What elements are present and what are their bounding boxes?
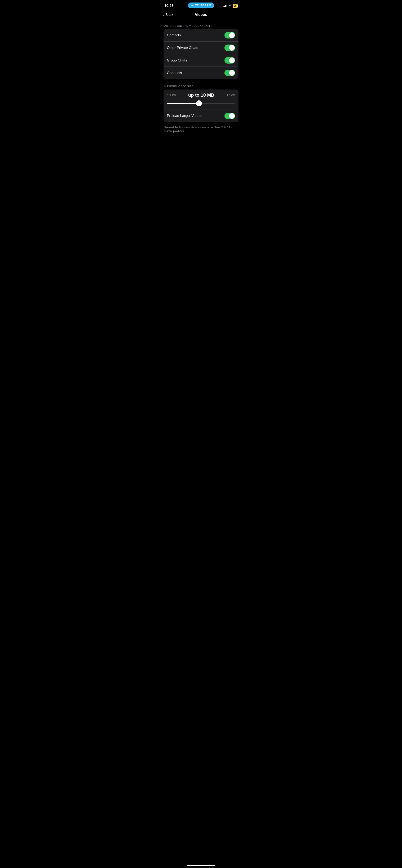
channels-toggle-knob <box>229 70 235 76</box>
slider-max-label: 1.5 GB <box>227 94 235 97</box>
page-title: Videos <box>195 12 207 17</box>
contacts-toggle[interactable] <box>225 32 235 38</box>
wifi-icon <box>228 5 232 7</box>
battery-badge: 39 <box>233 4 238 8</box>
slider-container[interactable] <box>167 100 235 106</box>
signal-bar-1 <box>223 6 224 7</box>
back-button[interactable]: ‹ Back <box>163 13 173 17</box>
status-time: 10:25 <box>164 4 173 8</box>
signal-bars <box>223 4 227 7</box>
telegram-badge: TELEGRAM <box>188 2 214 8</box>
signal-bar-4 <box>226 5 227 7</box>
slider-track-fill <box>167 103 200 104</box>
contacts-toggle-knob <box>229 32 235 38</box>
telegram-icon <box>191 4 194 7</box>
status-right: 39 <box>223 4 238 8</box>
other-private-chats-toggle-knob <box>229 45 235 51</box>
nav-bar: ‹ Back Videos <box>160 10 242 20</box>
contacts-label: Contacts <box>167 33 181 37</box>
group-chats-toggle-knob <box>229 58 235 63</box>
auto-download-card: Contacts Other Private Chats Group Chats… <box>164 29 238 79</box>
other-private-chats-toggle[interactable] <box>225 44 235 51</box>
footer-note: Preload the first seconds of videos larg… <box>160 124 242 135</box>
group-chats-label: Group Chats <box>167 58 187 63</box>
channels-label: Channels <box>167 71 182 75</box>
preload-row: Preload Larger Videos <box>164 110 238 122</box>
slider-labels: 512 KB up to 10 MB 1.5 GB <box>167 92 235 98</box>
channels-row: Channels <box>164 67 238 79</box>
signal-bar-2 <box>224 6 225 7</box>
max-video-size-section: MAXIMUM VIDEO SIZE 512 KB up to 10 MB 1.… <box>160 81 242 124</box>
slider-min-label: 512 KB <box>167 94 176 97</box>
other-private-chats-label: Other Private Chats <box>167 46 198 50</box>
preload-toggle[interactable] <box>225 113 235 119</box>
slider-thumb[interactable] <box>196 100 202 106</box>
auto-download-section: AUTO-DOWNLOAD VIDEOS AND GIFS Contacts O… <box>160 20 242 81</box>
telegram-badge-text: TELEGRAM <box>195 4 211 7</box>
status-bar: 10:25 TELEGRAM 39 <box>160 0 242 10</box>
auto-download-section-label: AUTO-DOWNLOAD VIDEOS AND GIFS <box>164 25 238 27</box>
other-private-chats-row: Other Private Chats <box>164 41 238 54</box>
max-video-size-section-label: MAXIMUM VIDEO SIZE <box>164 85 238 88</box>
back-chevron-icon: ‹ <box>163 13 165 17</box>
slider-section: 512 KB up to 10 MB 1.5 GB <box>164 90 238 110</box>
contacts-row: Contacts <box>164 29 238 41</box>
group-chats-toggle[interactable] <box>225 57 235 64</box>
preload-toggle-knob <box>229 113 235 119</box>
signal-bar-3 <box>225 5 226 7</box>
max-video-size-card: 512 KB up to 10 MB 1.5 GB Preload Larger… <box>164 90 238 122</box>
preload-label: Preload Larger Videos <box>167 114 202 118</box>
group-chats-row: Group Chats <box>164 54 238 67</box>
slider-current-label: up to 10 MB <box>188 92 214 98</box>
channels-toggle[interactable] <box>225 70 235 76</box>
back-label: Back <box>165 13 173 17</box>
